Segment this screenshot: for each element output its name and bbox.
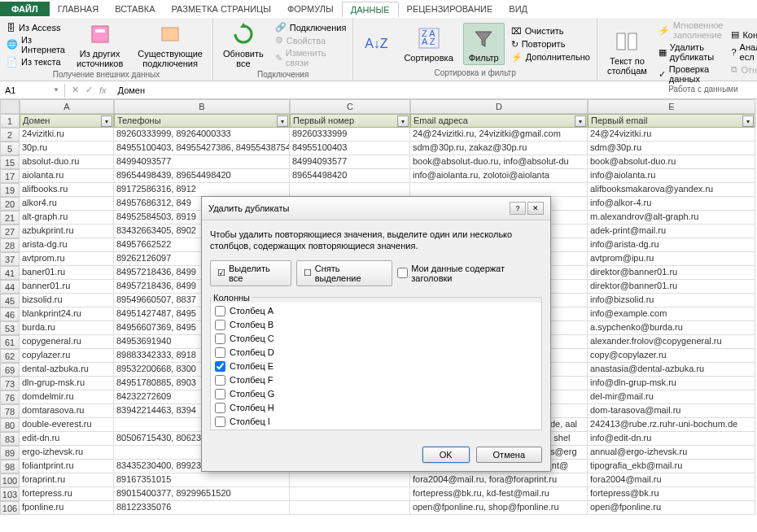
cell[interactable]: 24@24vizitki.ru, 24vizitki@gmail.com	[410, 128, 588, 142]
cell[interactable]: 89654498439, 89654498420	[114, 169, 290, 183]
refresh-all-button[interactable]: Обновить все	[218, 20, 269, 70]
remove-dup-button[interactable]: ▦Удалить дубликаты	[657, 41, 725, 63]
tab-insert[interactable]: ВСТАВКА	[107, 2, 163, 16]
cell[interactable]: copylazer.ru	[20, 349, 114, 363]
cell[interactable]	[290, 473, 410, 487]
cell[interactable]: foliantprint.ru	[20, 460, 114, 473]
cell[interactable]: direktor@banner01.ru	[588, 266, 755, 280]
ok-button[interactable]: OK	[422, 447, 470, 463]
sort-az-button[interactable]: A↓Z	[358, 29, 394, 59]
cell[interactable]: edit-dn.ru	[20, 432, 114, 446]
row-header[interactable]: 28	[0, 238, 20, 252]
cell[interactable]: fortepress.ru	[20, 487, 114, 501]
cell[interactable]: alkor4.ru	[20, 197, 114, 211]
filter-dropdown-icon[interactable]: ▾	[575, 116, 586, 127]
row-header[interactable]: 62	[0, 349, 20, 363]
table-header[interactable]: Телефоны▾	[114, 114, 290, 128]
column-checkbox-item[interactable]: Столбец D	[212, 346, 540, 360]
col-header-d[interactable]: D	[410, 99, 588, 114]
row-header[interactable]: 17	[0, 169, 20, 183]
row-header[interactable]: 1	[0, 114, 20, 128]
row-header[interactable]: 45	[0, 294, 20, 307]
cell[interactable]: domtarasova.ru	[20, 404, 114, 418]
row-header[interactable]: 69	[0, 363, 20, 377]
cell[interactable]: 24@24vizitki.ru	[588, 128, 755, 142]
cell[interactable]	[290, 487, 410, 501]
cell[interactable]: copygeneral.ru	[20, 335, 114, 349]
cell[interactable]: avtprom@ipu.ru	[588, 252, 755, 266]
cell[interactable]: 89260333999, 89264000333	[114, 128, 290, 142]
tab-data[interactable]: ДАННЫЕ	[342, 2, 399, 17]
col-header-b[interactable]: B	[114, 99, 290, 114]
cell[interactable]: sdm@30p.ru, zakaz@30p.ru	[410, 142, 588, 155]
properties-button[interactable]: ⚙Свойства	[273, 34, 348, 46]
from-other-button[interactable]: Из других источников	[72, 20, 128, 70]
column-checkbox-item[interactable]: Столбец A	[212, 304, 540, 318]
cell[interactable]: info@bizsolid.ru	[588, 294, 755, 307]
accept-fx-icon[interactable]: ✓	[85, 85, 93, 95]
clear-filter-button[interactable]: ⌧Очистить	[510, 25, 592, 37]
row-header[interactable]: 80	[0, 418, 20, 432]
cell[interactable]: 89654498420	[290, 169, 410, 183]
from-text-button[interactable]: 📄Из текста	[5, 56, 67, 68]
cell[interactable]: tipografia_ekb@mail.ru	[588, 460, 755, 473]
cell[interactable]: domdelmir.ru	[20, 390, 114, 404]
table-header[interactable]: Email адреса▾	[410, 114, 588, 128]
relationships-button[interactable]: ⧉Отношения	[729, 63, 757, 76]
cell[interactable]: 84955100403	[290, 142, 410, 155]
cell[interactable]: alifbooksmakarova@yandex.ru	[588, 183, 755, 197]
advanced-filter-button[interactable]: ⚡Дополнительно	[510, 51, 592, 63]
table-header[interactable]: Первый email▾	[588, 114, 755, 128]
connections-button[interactable]: 🔗Подключения	[273, 21, 348, 33]
row-header[interactable]: 100	[0, 473, 20, 487]
filter-dropdown-icon[interactable]: ▾	[742, 116, 754, 127]
cell[interactable]: alexander.frolov@copygeneral.ru	[588, 335, 755, 349]
cell[interactable]: ergo-izhevsk.ru	[20, 446, 114, 460]
row-header[interactable]: 19	[0, 183, 20, 197]
cell[interactable]: info@aiolanta.ru, zolotoi@aiolanta	[410, 169, 588, 183]
cell[interactable]: open@fponline.ru	[588, 501, 755, 515]
cell[interactable]: absolut-duo.ru	[20, 155, 114, 169]
select-all-corner[interactable]	[0, 99, 20, 114]
cell[interactable]: banner01.ru	[20, 280, 114, 294]
cell[interactable]: bizsolid.ru	[20, 294, 114, 307]
close-button[interactable]: ✕	[527, 202, 544, 215]
cell[interactable]: avtprom.ru	[20, 252, 114, 266]
cell[interactable]: azbukprint.ru	[20, 225, 114, 238]
cell[interactable]: anastasia@dental-azbuka.ru	[588, 363, 755, 377]
column-checkbox-item[interactable]: Столбец B	[212, 318, 540, 332]
cell[interactable]: arista-dg.ru	[20, 238, 114, 252]
row-header[interactable]: 78	[0, 404, 20, 418]
col-header-a[interactable]: A	[20, 99, 114, 114]
filter-dropdown-icon[interactable]: ▾	[277, 116, 288, 127]
deselect-all-button[interactable]: ☐Снять выделение	[296, 260, 392, 286]
cell[interactable]: info@dln-grup-msk.ru	[588, 377, 755, 390]
cell[interactable]: 89167351015	[114, 473, 290, 487]
from-access-button[interactable]: 🗄Из Access	[5, 22, 67, 33]
row-header[interactable]: 61	[0, 335, 20, 349]
cell[interactable]: m.alexandrov@alt-graph.ru	[588, 211, 755, 225]
row-header[interactable]: 15	[0, 155, 20, 169]
cell[interactable]: 84994093577	[114, 155, 290, 169]
cell[interactable]: fora2004@mail.ru	[588, 473, 755, 487]
column-checkbox-item[interactable]: Столбец F	[212, 373, 540, 387]
cell[interactable]	[290, 501, 410, 515]
cell[interactable]: alifbooks.ru	[20, 183, 114, 197]
tab-review[interactable]: РЕЦЕНЗИРОВАНИЕ	[399, 2, 501, 16]
cell[interactable]: direktor@banner01.ru	[588, 280, 755, 294]
cell[interactable]: 88122335076	[114, 501, 290, 515]
row-header[interactable]: 73	[0, 377, 20, 390]
cell[interactable]: aiolanta.ru	[20, 169, 114, 183]
cell[interactable]: 89260333999	[290, 128, 410, 142]
cell[interactable]: open@fponline.ru, shop@fponline.ru	[410, 501, 588, 515]
cell[interactable]: 30p.ru	[20, 142, 114, 155]
edit-links-button[interactable]: ✎Изменить связи	[273, 47, 348, 68]
cell[interactable]: dental-azbuka.ru	[20, 363, 114, 377]
row-header[interactable]: 46	[0, 307, 20, 321]
cell[interactable]: burda.ru	[20, 321, 114, 335]
tab-home[interactable]: ГЛАВНАЯ	[50, 2, 107, 16]
cancel-button[interactable]: Отмена	[476, 447, 542, 463]
fx-icon[interactable]: fx	[99, 85, 107, 95]
cell[interactable]: dom-tarasova@mail.ru	[588, 404, 755, 418]
cell[interactable]: info@alkor-4.ru	[588, 197, 755, 211]
